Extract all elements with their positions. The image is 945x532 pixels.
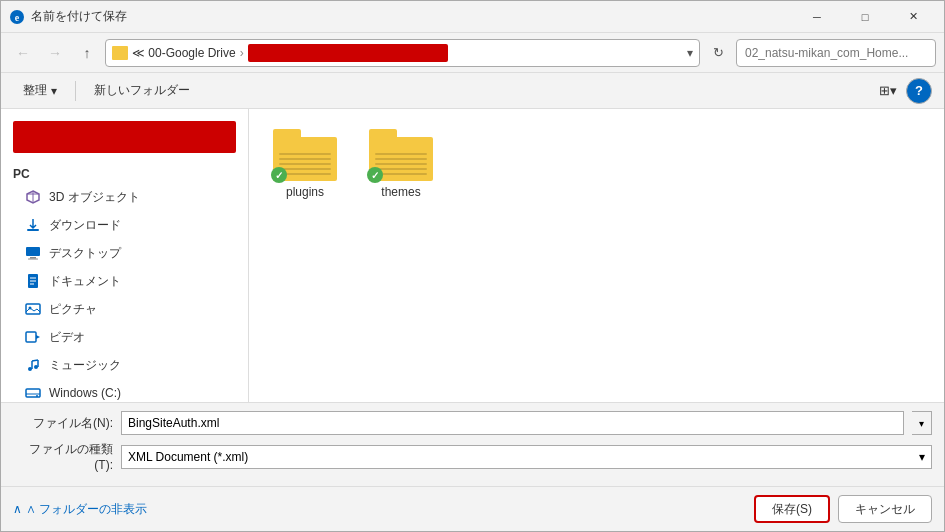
view-icon: ⊞ [879,83,890,98]
address-folder-icon [112,46,128,60]
folder-line [279,163,331,165]
address-bar[interactable]: ≪ 00-Google Drive › ▾ [105,39,700,67]
filetype-value: XML Document (*.xml) [128,450,248,464]
organize-label: 整理 [23,82,47,99]
sidebar: PC 3D オブジェクト [1,109,249,402]
search-input[interactable] [736,39,936,67]
show-folders-label: ∧ フォルダーの非表示 [26,501,147,518]
window-title: 名前を付けて保存 [31,8,794,25]
sidebar-item-videos[interactable]: ビデオ [1,323,248,351]
save-dialog-window: e 名前を付けて保存 ─ □ ✕ ← → ↑ ≪ 00-Google Drive… [0,0,945,532]
address-redacted [248,44,448,62]
footer: ∧ ∧ フォルダーの非表示 保存(S) キャンセル [1,486,944,531]
svg-text:e: e [15,12,20,23]
refresh-button[interactable]: ↻ [704,39,732,67]
forward-button[interactable]: → [41,39,69,67]
pictures-icon [25,301,41,317]
footer-buttons: 保存(S) キャンセル [754,495,932,523]
address-chevron-icon: ▾ [687,46,693,60]
folder-lines [279,153,331,175]
new-folder-label: 新しいフォルダー [94,82,190,99]
sidebar-item-label: ビデオ [49,329,85,346]
desktop-icon [25,245,41,261]
drive-icon [25,385,41,401]
sync-check-icon: ✓ [271,167,287,183]
folder-line [375,168,427,170]
sidebar-item-pictures[interactable]: ピクチャ [1,295,248,323]
sidebar-item-label: ピクチャ [49,301,97,318]
svg-point-24 [36,395,38,397]
svg-line-21 [32,360,38,361]
folder-name: themes [381,185,420,199]
sidebar-item-3d-objects[interactable]: 3D オブジェクト [1,183,248,211]
toolbar-right: ⊞ ▾ ? [874,78,932,104]
view-arrow-icon: ▾ [890,83,897,98]
window-controls: ─ □ ✕ [794,1,936,33]
back-button[interactable]: ← [9,39,37,67]
chevron-up-icon: ∧ [13,502,22,516]
filename-dropdown-button[interactable]: ▾ [912,411,932,435]
filetype-chevron-icon: ▾ [919,450,925,464]
sidebar-item-windows-c[interactable]: Windows (C:) [1,379,248,402]
sidebar-item-label: ミュージック [49,357,121,374]
folder-line [375,153,427,155]
main-content: PC 3D オブジェクト [1,109,944,402]
sidebar-item-label: ドキュメント [49,273,121,290]
download-icon [25,217,41,233]
folder-line [279,153,331,155]
filetype-select[interactable]: XML Document (*.xml) ▾ [121,445,932,469]
address-separator: › [240,46,244,60]
sidebar-item-label: Windows (C:) [49,386,121,400]
up-button[interactable]: ↑ [73,39,101,67]
title-bar: e 名前を付けて保存 ─ □ ✕ [1,1,944,33]
file-area: ✓ plugins ✓ [249,109,944,402]
sidebar-item-music[interactable]: ミュージック [1,351,248,379]
folder-line [375,158,427,160]
view-button[interactable]: ⊞ ▾ [874,78,902,104]
sidebar-scroll: PC 3D オブジェクト [1,109,248,402]
organize-button[interactable]: 整理 ▾ [13,78,67,104]
folder-line [279,168,331,170]
show-folders-link[interactable]: ∧ ∧ フォルダーの非表示 [13,501,147,518]
filename-label: ファイル名(N): [13,415,113,432]
nav-bar: ← → ↑ ≪ 00-Google Drive › ▾ ↻ [1,33,944,73]
music-icon [25,357,41,373]
sidebar-pc-header: PC [1,161,248,183]
help-button[interactable]: ? [906,78,932,104]
sync-check-icon: ✓ [367,167,383,183]
svg-rect-15 [26,332,36,342]
folder-lines [375,153,427,175]
close-button[interactable]: ✕ [890,1,936,33]
sidebar-item-downloads[interactable]: ダウンロード [1,211,248,239]
svg-rect-8 [28,259,38,260]
toolbar: 整理 ▾ 新しいフォルダー ⊞ ▾ ? [1,73,944,109]
save-button[interactable]: 保存(S) [754,495,830,523]
new-folder-button[interactable]: 新しいフォルダー [84,78,200,104]
svg-rect-7 [30,257,36,259]
folder-icon: ✓ [273,129,337,181]
folder-item-plugins[interactable]: ✓ plugins [265,125,345,203]
filetype-label: ファイルの種類(T): [13,441,113,472]
document-icon [25,273,41,289]
cancel-button[interactable]: キャンセル [838,495,932,523]
sidebar-item-label: 3D オブジェクト [49,189,140,206]
folder-line [279,158,331,160]
sidebar-item-desktop[interactable]: デスクトップ [1,239,248,267]
toolbar-separator [75,81,76,101]
maximize-button[interactable]: □ [842,1,888,33]
sidebar-redacted-top [13,121,236,153]
sidebar-item-label: デスクトップ [49,245,121,262]
sidebar-item-label: ダウンロード [49,217,121,234]
minimize-button[interactable]: ─ [794,1,840,33]
sidebar-item-documents[interactable]: ドキュメント [1,267,248,295]
folder-item-themes[interactable]: ✓ themes [361,125,441,203]
svg-marker-16 [36,335,40,339]
address-part1: ≪ 00-Google Drive [132,46,236,60]
filename-input[interactable] [121,411,904,435]
organize-arrow-icon: ▾ [51,84,57,98]
window-icon: e [9,9,25,25]
filetype-row: ファイルの種類(T): XML Document (*.xml) ▾ [13,441,932,472]
folder-name: plugins [286,185,324,199]
svg-rect-6 [26,247,40,256]
svg-rect-13 [26,304,40,314]
